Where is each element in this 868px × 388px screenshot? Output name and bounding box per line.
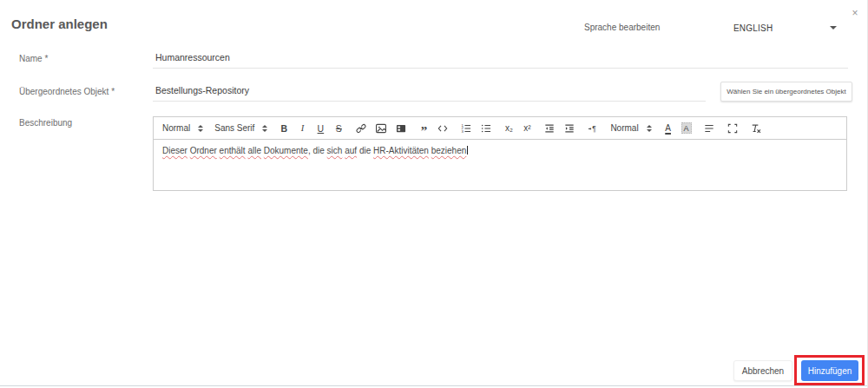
toolbar-group xyxy=(703,121,715,136)
editor-content[interactable]: Dieser Ordner enthält alle Dokumente, di… xyxy=(154,140,846,191)
svg-text:3: 3 xyxy=(462,128,464,133)
picker-arrows-icon xyxy=(647,125,652,132)
name-label: Name * xyxy=(19,54,48,63)
strike-button[interactable]: S xyxy=(333,121,344,136)
toolbar-group: Sans Serif xyxy=(214,123,267,133)
text-caret xyxy=(467,146,468,155)
toolbar-group: x₂x² xyxy=(503,121,532,136)
name-input[interactable] xyxy=(153,49,848,69)
footer-divider xyxy=(0,385,868,386)
toolbar-group: Normal xyxy=(162,123,203,133)
toolbar-group: AA xyxy=(663,121,692,136)
create-folder-dialog: Ordner anlegen × Sprache bearbeiten ENGL… xyxy=(0,0,868,388)
chevron-down-icon xyxy=(830,26,837,30)
italic-button[interactable]: I xyxy=(297,121,307,136)
toolbar-group xyxy=(727,121,739,136)
clean-format-icon[interactable] xyxy=(750,121,762,136)
picker-arrows-icon xyxy=(198,125,203,132)
link-icon[interactable] xyxy=(355,121,367,136)
choose-parent-button[interactable]: Wählen Sie ein übergeordnetes Objekt xyxy=(720,82,852,102)
description-label: Beschreibung xyxy=(19,118,72,128)
outdent-icon[interactable] xyxy=(543,121,556,136)
parent-object-input[interactable] xyxy=(153,82,706,102)
bold-button[interactable]: B xyxy=(279,121,289,136)
code-block-icon[interactable] xyxy=(437,121,449,136)
rich-text-editor: NormalSans SerifBIUS”123x₂x²¶NormalAA Di… xyxy=(153,116,847,191)
toolbar-group: Normal xyxy=(610,123,651,133)
editor-text: Dieser Ordner enthält alle Dokumente, di… xyxy=(162,146,468,155)
bullet-list-icon[interactable] xyxy=(480,121,492,136)
fullscreen-icon[interactable] xyxy=(727,121,739,136)
align-icon[interactable] xyxy=(703,121,715,136)
picker-arrows-icon xyxy=(262,125,267,132)
underline-button[interactable]: U xyxy=(315,121,326,136)
header-picker[interactable]: Normal xyxy=(162,123,203,133)
language-select[interactable]: ENGLISH xyxy=(733,21,837,35)
ordered-list-icon[interactable]: 123 xyxy=(460,121,472,136)
parent-object-label: Übergeordnetes Objekt * xyxy=(19,87,115,96)
toolbar-group xyxy=(750,121,762,136)
editor-toolbar: NormalSans SerifBIUS”123x₂x²¶NormalAA xyxy=(154,117,846,140)
indent-icon[interactable] xyxy=(563,121,575,136)
toolbar-group: 123 xyxy=(460,121,492,136)
video-icon[interactable] xyxy=(395,121,407,136)
toolbar-group xyxy=(543,121,575,136)
toolbar-group xyxy=(355,121,407,136)
toolbar-group: BIUS xyxy=(279,121,344,136)
subscript-button[interactable]: x₂ xyxy=(503,121,514,136)
font-picker[interactable]: Sans Serif xyxy=(214,123,267,133)
toolbar-group: ” xyxy=(418,121,449,136)
submit-button[interactable]: Hinzufügen xyxy=(801,360,858,381)
size-picker[interactable]: Normal xyxy=(610,123,651,133)
text-color-button[interactable]: A xyxy=(663,121,674,136)
direction-icon[interactable]: ¶ xyxy=(587,121,599,136)
cancel-button[interactable]: Abbrechen xyxy=(733,360,792,381)
language-select-value: ENGLISH xyxy=(733,23,773,33)
superscript-button[interactable]: x² xyxy=(522,121,532,136)
blockquote-button[interactable]: ” xyxy=(418,121,429,136)
page-title: Ordner anlegen xyxy=(11,16,108,31)
close-icon[interactable]: × xyxy=(849,7,861,19)
background-color-button[interactable]: A xyxy=(681,122,692,134)
edit-language-label: Sprache bearbeiten xyxy=(584,23,660,32)
svg-text:¶: ¶ xyxy=(593,125,597,133)
toolbar-group: ¶ xyxy=(587,121,599,136)
image-icon[interactable] xyxy=(375,121,387,136)
